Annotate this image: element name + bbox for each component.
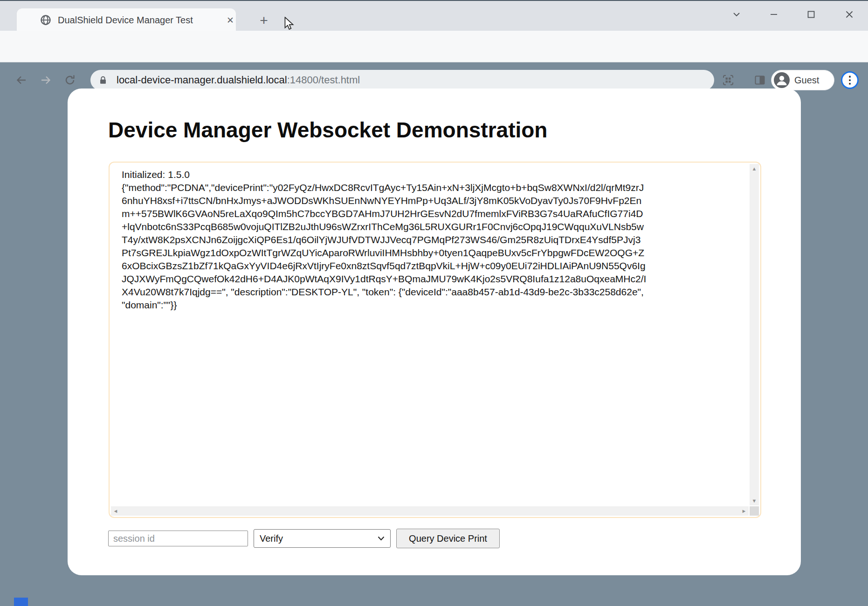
horizontal-scrollbar[interactable]: ◄ ► — [111, 506, 749, 516]
window-close-icon[interactable] — [839, 7, 860, 21]
window-minimize-icon[interactable] — [764, 7, 784, 21]
log-text: Initialized: 1.5.0 {"method":"PCDNA","de… — [122, 168, 742, 312]
session-id-input[interactable] — [108, 531, 248, 546]
address-bar[interactable]: local-device-manager.dualshield.local:14… — [90, 70, 714, 90]
vertical-scrollbar[interactable]: ▲ ▼ — [750, 164, 759, 505]
background-window-fragment — [14, 598, 28, 606]
profile-label: Guest — [794, 75, 819, 86]
favicon-globe-icon — [40, 14, 51, 26]
window-maximize-icon[interactable] — [801, 7, 821, 21]
reload-icon[interactable] — [61, 71, 79, 89]
scroll-left-icon[interactable]: ◄ — [111, 506, 120, 516]
scrollbar-corner — [750, 506, 759, 516]
tab-title: DualShield Device Manager Test — [58, 8, 193, 32]
browser-tab[interactable]: DualShield Device Manager Test ✕ — [17, 8, 236, 32]
forward-icon[interactable] — [36, 71, 55, 89]
guest-avatar-icon — [774, 72, 790, 88]
new-tab-button[interactable]: + — [255, 12, 272, 29]
url-path: :14800/test.html — [287, 74, 360, 86]
log-textarea[interactable]: Initialized: 1.5.0 {"method":"PCDNA","de… — [109, 162, 761, 518]
action-select[interactable]: Verify — [254, 529, 391, 548]
profile-button[interactable]: Guest — [771, 70, 834, 90]
browser-menu-icon[interactable]: ⋮ — [841, 71, 859, 89]
scroll-down-icon[interactable]: ▼ — [750, 496, 759, 505]
mouse-cursor — [283, 17, 295, 33]
window-chevron-down-icon[interactable] — [726, 7, 747, 21]
tab-strip: DualShield Device Manager Test ✕ + — [0, 1, 868, 31]
apps-grid-icon[interactable] — [721, 74, 736, 87]
scroll-up-icon[interactable]: ▲ — [750, 164, 759, 173]
chevron-down-icon — [378, 536, 385, 541]
url-host: local-device-manager.dualshield.local — [117, 74, 287, 86]
browser-toolbar: local-device-manager.dualshield.local:14… — [0, 31, 868, 62]
action-select-value: Verify — [260, 533, 378, 544]
query-device-print-button[interactable]: Query Device Print — [396, 529, 500, 548]
browser-window: DualShield Device Manager Test ✕ + — [0, 0, 868, 606]
tab-close-icon[interactable]: ✕ — [224, 14, 237, 27]
back-icon[interactable] — [12, 71, 31, 89]
side-panel-icon[interactable] — [752, 74, 767, 87]
url-text: local-device-manager.dualshield.local:14… — [117, 74, 360, 86]
toolbar-divider — [0, 62, 868, 62]
scroll-right-icon[interactable]: ► — [739, 506, 749, 516]
lock-icon[interactable] — [98, 75, 108, 85]
page-title: Device Manager Websocket Demonstration — [108, 117, 547, 143]
